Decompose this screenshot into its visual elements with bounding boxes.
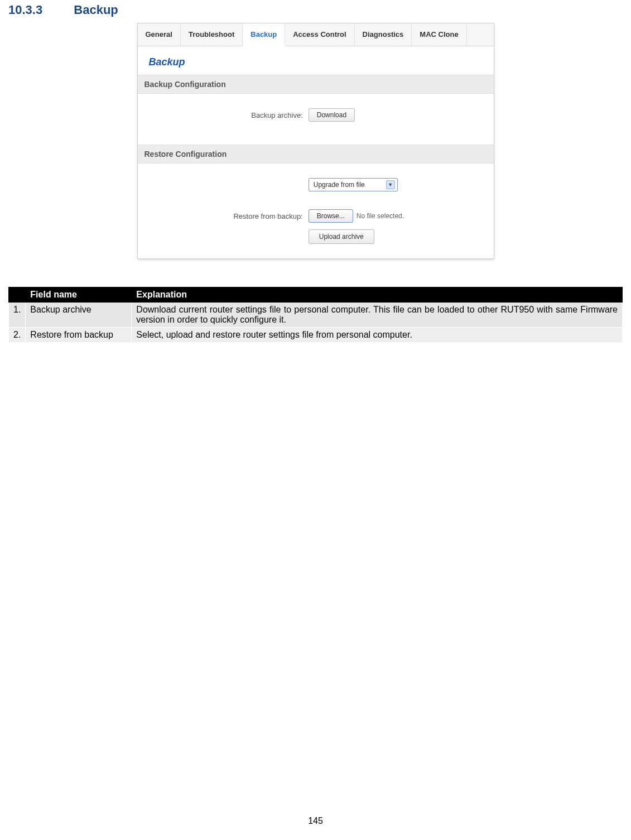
table-row: 2. Restore from backup Select, upload an… [9, 328, 623, 343]
backup-archive-label: Backup archive: [138, 111, 309, 119]
upgrade-source-select[interactable]: Upgrade from file ▼ [309, 178, 398, 191]
tab-diagnostics[interactable]: Diagnostics [355, 23, 412, 46]
header-blank [9, 287, 26, 303]
upload-archive-button[interactable]: Upload archive [309, 229, 374, 244]
no-file-text: No file selected. [357, 212, 404, 220]
field-explanation-table: Field name Explanation 1. Backup archive… [8, 287, 623, 343]
row-field: Restore from backup [26, 328, 132, 343]
tab-general[interactable]: General [138, 23, 181, 46]
backup-config-header: Backup Configuration [138, 75, 494, 94]
page-number: 145 [0, 816, 631, 826]
tab-bar: General Troubleshoot Backup Access Contr… [138, 23, 494, 46]
table-header-row: Field name Explanation [9, 287, 623, 303]
header-field-name: Field name [26, 287, 132, 303]
tab-mac-clone[interactable]: MAC Clone [412, 23, 466, 46]
section-title: Backup [74, 3, 118, 17]
section-heading: 10.3.3 Backup [8, 0, 623, 23]
section-number: 10.3.3 [8, 3, 42, 17]
header-explanation: Explanation [132, 287, 623, 303]
row-num: 2. [9, 328, 26, 343]
router-ui-screenshot: General Troubleshoot Backup Access Contr… [137, 23, 494, 259]
row-field: Backup archive [26, 303, 132, 328]
table-row: 1. Backup archive Download current route… [9, 303, 623, 328]
restore-config-header: Restore Configuration [138, 145, 494, 164]
row-num: 1. [9, 303, 26, 328]
page-title: Backup [138, 46, 494, 75]
download-button[interactable]: Download [309, 108, 355, 122]
restore-select-row: Upgrade from file ▼ [138, 175, 494, 195]
select-value: Upgrade from file [314, 181, 365, 189]
tab-backup[interactable]: Backup [243, 23, 285, 46]
backup-config-area: Backup archive: Download [138, 94, 494, 145]
chevron-down-icon: ▼ [386, 180, 395, 189]
backup-archive-row: Backup archive: Download [138, 105, 494, 125]
screenshot-container: General Troubleshoot Backup Access Contr… [8, 23, 623, 259]
row-explanation: Select, upload and restore router settin… [132, 328, 623, 343]
tab-access-control[interactable]: Access Control [285, 23, 354, 46]
restore-backup-label: Restore from backup: [138, 212, 309, 220]
restore-config-area: Upgrade from file ▼ Restore from backup:… [138, 164, 494, 258]
upload-row: Upload archive [138, 226, 494, 247]
browse-button[interactable]: Browse... [309, 209, 353, 223]
tab-troubleshoot[interactable]: Troubleshoot [181, 23, 243, 46]
restore-backup-row: Restore from backup: Browse... No file s… [138, 206, 494, 226]
row-explanation: Download current router settings file to… [132, 303, 623, 328]
